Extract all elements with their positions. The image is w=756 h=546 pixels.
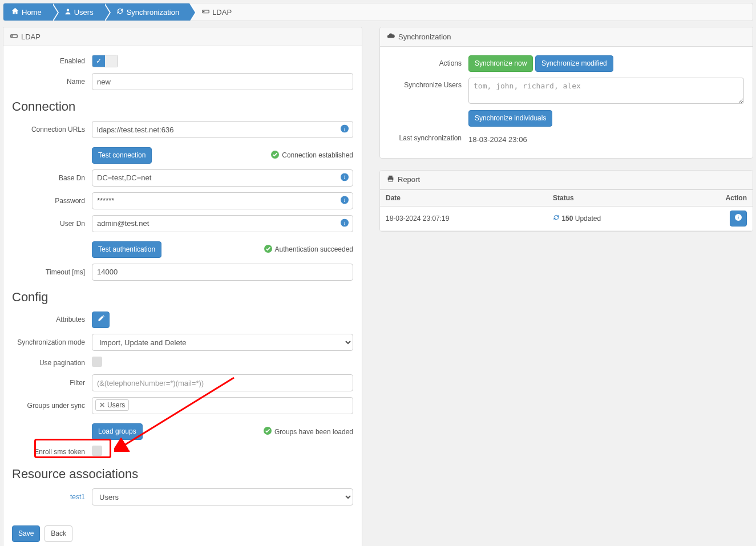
check-icon (271, 151, 279, 160)
info-icon: i (735, 214, 742, 224)
home-icon (11, 7, 19, 17)
user-icon (64, 8, 71, 17)
name-input[interactable] (92, 73, 353, 90)
test-auth-button[interactable]: Test authentication (92, 241, 161, 258)
label-actions: Actions (389, 59, 468, 67)
use-pagination-checkbox[interactable] (92, 357, 102, 367)
edit-attributes-button[interactable] (92, 312, 110, 329)
hdd-icon (202, 7, 209, 17)
label-timeout: Timeout [ms] (12, 268, 92, 276)
label-conn-urls: Connection URLs (12, 126, 92, 134)
crumb-label: Users (74, 8, 94, 17)
last-sync-value: 18-03-2024 23:06 (468, 132, 744, 144)
check-icon (264, 427, 272, 436)
label-user-dn: User Dn (12, 220, 92, 228)
ldap-panel: LDAP Enabled ✓ Name Co (3, 27, 362, 546)
sync-now-button[interactable]: Synchronize now (468, 55, 533, 72)
label-base-dn: Base Dn (12, 174, 92, 182)
print-icon (387, 175, 394, 184)
breadcrumb: Home Users Synchronization LDAP (3, 3, 753, 21)
status-text: Connection established (282, 151, 353, 159)
label-enabled: Enabled (12, 57, 92, 65)
connection-status: Connection established (271, 151, 353, 160)
groups-tags-input[interactable]: ✕ Users (92, 397, 353, 414)
back-button[interactable]: Back (45, 525, 72, 542)
section-config: Config (12, 290, 353, 305)
test-connection-button[interactable]: Test connection (92, 147, 152, 164)
timeout-input[interactable] (92, 264, 353, 281)
label-groups: Groups under sync (12, 402, 92, 410)
crumb-label: Synchronization (127, 8, 180, 17)
enroll-sms-checkbox[interactable] (92, 446, 102, 456)
info-icon[interactable]: i (341, 173, 349, 183)
load-groups-button[interactable]: Load groups (92, 423, 143, 440)
sync-users-input[interactable] (468, 78, 744, 104)
auth-status: Authentication succeeded (264, 245, 353, 254)
crumb-users[interactable]: Users (52, 3, 104, 21)
groups-status: Groups have been loaded (264, 427, 353, 436)
panel-header: Report (380, 171, 753, 189)
save-button[interactable]: Save (12, 525, 40, 542)
crumb-label: LDAP (212, 8, 232, 17)
sync-mode-select[interactable]: Import, Update and Delete (92, 334, 353, 351)
col-action: Action (680, 189, 753, 206)
label-password: Password (12, 197, 92, 205)
label-sync-mode: Synchronization mode (12, 338, 92, 346)
hdd-icon (10, 32, 18, 41)
crumb-label: Home (22, 8, 42, 17)
base-dn-input[interactable] (92, 169, 353, 187)
label-attributes: Attributes (12, 316, 92, 323)
password-input[interactable] (92, 192, 353, 209)
sync-panel: Synchronization Actions Synchronize now … (379, 27, 753, 159)
tag-label: Users (107, 401, 125, 409)
status-text: Authentication succeeded (275, 245, 353, 253)
refresh-icon (553, 215, 561, 223)
label-enroll-sms: Enroll sms token (12, 448, 92, 456)
status-count: 150 (561, 215, 573, 223)
sync-icon (116, 7, 124, 17)
svg-text:i: i (344, 174, 346, 180)
status-label: Updated (573, 215, 601, 223)
sync-modified-button[interactable]: Synchronize modified (535, 55, 613, 72)
svg-point-2 (204, 11, 204, 12)
info-icon[interactable]: i (341, 125, 349, 135)
cell-status: 150 Updated (547, 206, 680, 231)
check-icon (264, 245, 272, 254)
svg-text:i: i (344, 197, 346, 203)
panel-header: LDAP (3, 27, 362, 46)
crumb-sync[interactable]: Synchronization (104, 3, 190, 21)
svg-rect-19 (389, 179, 393, 181)
panel-title: Report (398, 175, 420, 184)
group-tag: ✕ Users (95, 399, 129, 411)
remove-tag-icon[interactable]: ✕ (99, 401, 105, 409)
info-icon[interactable]: i (341, 219, 349, 228)
col-status: Status (547, 189, 680, 206)
info-action-button[interactable]: i (730, 211, 747, 227)
panel-title: Synchronization (398, 33, 451, 41)
label-use-pagination: Use pagination (12, 359, 92, 367)
info-icon[interactable]: i (341, 196, 349, 205)
status-text: Groups have been loaded (274, 428, 353, 436)
edit-icon (97, 315, 104, 325)
filter-input[interactable] (92, 374, 353, 391)
label-sync-users: Synchronize Users (389, 78, 468, 89)
section-connection: Connection (12, 99, 353, 114)
panel-title: LDAP (21, 33, 41, 41)
crumb-home[interactable]: Home (3, 3, 52, 21)
svg-point-0 (66, 9, 69, 11)
sync-individuals-button[interactable]: Synchronize individuals (468, 110, 552, 127)
resource-select[interactable]: Users (92, 488, 353, 505)
enabled-toggle[interactable]: ✓ (92, 55, 118, 67)
section-resource-assoc: Resource associations (12, 467, 353, 482)
label-filter: Filter (12, 379, 92, 387)
cell-date: 18-03-2024 23:07:19 (380, 206, 547, 231)
user-dn-input[interactable] (92, 215, 353, 232)
label-name: Name (12, 78, 92, 86)
svg-text:i: i (344, 220, 346, 226)
report-table: Date Status Action 18-03-2024 23:07:19 1… (380, 189, 753, 232)
connection-urls-input[interactable] (92, 121, 353, 138)
crumb-ldap: LDAP (189, 3, 242, 21)
table-row: 18-03-2024 23:07:19 150 Updated i (380, 206, 753, 231)
label-test1[interactable]: test1 (12, 493, 92, 501)
panel-header: Synchronization (380, 27, 753, 47)
